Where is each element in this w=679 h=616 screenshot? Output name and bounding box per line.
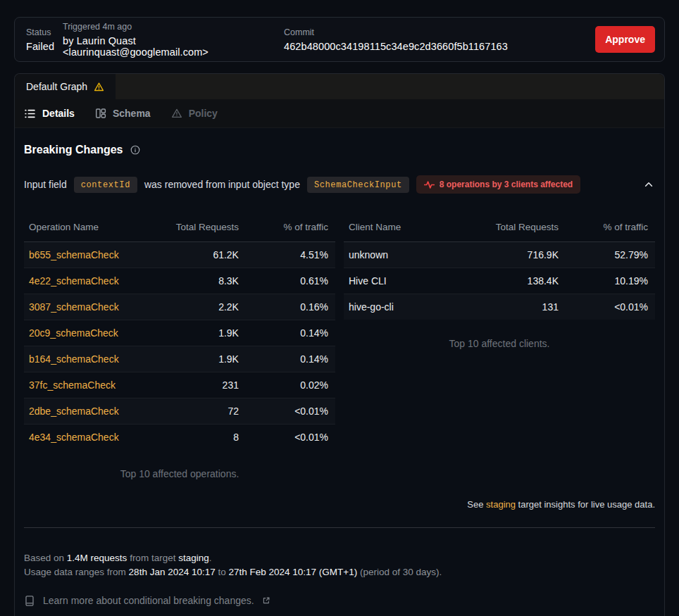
operation-link[interactable]: 20c9_schemaCheck xyxy=(24,320,161,346)
field-code-badge: contextId xyxy=(74,177,137,193)
triggered-author: by Laurin Quast <laurinquast@googlemail.… xyxy=(63,35,284,58)
commit-label: Commit xyxy=(284,27,508,37)
client-name: unknown xyxy=(344,242,480,268)
table-row: 4e34_schemaCheck8<0.01% xyxy=(24,425,335,451)
request-count: 1.4M requests xyxy=(67,553,127,563)
commit-block: Commit 462b48000c34198115c34e9c2d3660f5b… xyxy=(284,27,508,52)
triggered-label: Triggered 4m ago xyxy=(63,22,284,32)
table-row: unknown716.9K52.79% xyxy=(344,242,655,268)
list-icon xyxy=(24,108,36,120)
column-header: Total Requests xyxy=(161,213,239,242)
operation-link[interactable]: 2dbe_schemaCheck xyxy=(24,398,161,425)
clients-table-wrap: Client Name Total Requests % of traffic … xyxy=(344,213,655,479)
table-cell: 0.02% xyxy=(239,372,335,398)
tab-policy-label: Policy xyxy=(189,108,218,119)
tab-schema-label: Schema xyxy=(113,108,151,119)
table-row: Hive CLI138.4K10.19% xyxy=(344,268,655,294)
table-cell: 61.2K xyxy=(161,242,239,268)
table-row: b655_schemaCheck61.2K4.51% xyxy=(24,242,335,268)
commit-hash: 462b48000c34198115c34e9c2d3660f5b1167163 xyxy=(284,41,508,52)
operation-link[interactable]: 37fc_schemaCheck xyxy=(24,372,161,398)
change-text-middle: was removed from input object type xyxy=(144,179,300,190)
table-row: 4e22_schemaCheck8.3K0.61% xyxy=(24,268,335,294)
table-row: b164_schemaCheck1.9K0.14% xyxy=(24,346,335,372)
breaking-changes-heading: Breaking Changes xyxy=(24,144,655,156)
table-row: hive-go-cli131<0.01% xyxy=(344,294,655,320)
operations-table: Operation Name Total Requests % of traff… xyxy=(24,213,335,450)
table-cell: 10.19% xyxy=(559,268,655,294)
details-content: Breaking Changes Input field contextId w… xyxy=(15,128,664,608)
client-name: Hive CLI xyxy=(344,268,480,294)
graph-tab-bar: Default Graph xyxy=(15,74,664,99)
tab-policy[interactable]: Policy xyxy=(171,108,218,119)
operation-link[interactable]: 4e34_schemaCheck xyxy=(24,425,161,451)
table-cell: 716.9K xyxy=(480,242,559,268)
schema-check-page: Status Failed Triggered 4m ago by Laurin… xyxy=(0,0,679,616)
approve-button[interactable]: Approve xyxy=(595,26,655,53)
column-header: % of traffic xyxy=(559,213,655,242)
table-cell: 138.4K xyxy=(480,268,559,294)
policy-warning-icon xyxy=(171,108,182,119)
operation-link[interactable]: 3087_schemaCheck xyxy=(24,294,161,320)
table-cell: 0.61% xyxy=(239,268,335,294)
operations-table-wrap: Operation Name Total Requests % of traff… xyxy=(24,213,335,479)
insights-note: See staging target insights for live usa… xyxy=(24,499,655,510)
affected-operations-badge[interactable]: 8 operations by 3 clients affected xyxy=(416,175,580,194)
learn-more-link[interactable]: Learn more about conditional breaking ch… xyxy=(24,593,655,608)
table-cell: 1.9K xyxy=(161,346,239,372)
learn-more-label: Learn more about conditional breaking ch… xyxy=(43,593,254,608)
staging-target-link[interactable]: staging xyxy=(486,499,516,510)
status-label: Status xyxy=(26,27,63,37)
usage-tables: Operation Name Total Requests % of traff… xyxy=(24,213,655,479)
operations-table-header: Operation Name Total Requests % of traff… xyxy=(24,213,335,242)
info-icon[interactable] xyxy=(130,145,140,155)
table-cell: 0.14% xyxy=(239,346,335,372)
graph-tab-label: Default Graph xyxy=(26,81,87,92)
subtab-bar: Details Schema Policy xyxy=(15,99,664,128)
operation-link[interactable]: b655_schemaCheck xyxy=(24,242,161,268)
table-row: 37fc_schemaCheck2310.02% xyxy=(24,372,335,398)
table-cell: 52.79% xyxy=(559,242,655,268)
book-icon xyxy=(24,595,35,607)
collapse-chevron-up-icon[interactable] xyxy=(642,178,655,191)
table-cell: 4.51% xyxy=(239,242,335,268)
triggered-block: Triggered 4m ago by Laurin Quast <laurin… xyxy=(63,22,284,58)
table-cell: <0.01% xyxy=(239,398,335,425)
breaking-change-row: Input field contextId was removed from i… xyxy=(24,175,655,194)
tab-default-graph[interactable]: Default Graph xyxy=(15,74,116,99)
table-cell: 1.9K xyxy=(161,320,239,346)
clients-table: Client Name Total Requests % of traffic … xyxy=(344,213,655,320)
warning-icon xyxy=(94,82,104,92)
clients-table-header: Client Name Total Requests % of traffic xyxy=(344,213,655,242)
table-cell: 0.16% xyxy=(239,294,335,320)
external-link-icon xyxy=(262,596,270,605)
type-code-badge: SchemaCheckInput xyxy=(307,177,409,193)
table-row: 3087_schemaCheck2.2K0.16% xyxy=(24,294,335,320)
usage-footer: Based on 1.4M requests from target stagi… xyxy=(24,551,655,608)
activity-pulse-icon xyxy=(424,180,435,189)
tab-schema[interactable]: Schema xyxy=(95,108,151,119)
column-header: % of traffic xyxy=(239,213,335,242)
table-cell: 231 xyxy=(161,372,239,398)
table-cell: 8.3K xyxy=(161,268,239,294)
schema-columns-icon xyxy=(95,108,106,119)
table-cell: 131 xyxy=(480,294,559,320)
clients-table-caption: Top 10 affected clients. xyxy=(344,338,655,349)
operation-link[interactable]: 4e22_schemaCheck xyxy=(24,268,161,294)
check-header-card: Status Failed Triggered 4m ago by Laurin… xyxy=(14,17,665,62)
range-start: 28th Jan 2024 10:17 xyxy=(129,567,216,577)
table-cell: 72 xyxy=(161,398,239,425)
tab-details[interactable]: Details xyxy=(24,108,75,120)
operation-link[interactable]: b164_schemaCheck xyxy=(24,346,161,372)
range-end: 27th Feb 2024 10:17 (GMT+1) xyxy=(229,567,358,577)
table-cell: 2.2K xyxy=(161,294,239,320)
table-row: 20c9_schemaCheck1.9K0.14% xyxy=(24,320,335,346)
status-value: Failed xyxy=(26,41,63,52)
table-cell: <0.01% xyxy=(239,425,335,451)
column-header: Total Requests xyxy=(480,213,559,242)
target-name: staging xyxy=(178,553,209,563)
breaking-changes-title: Breaking Changes xyxy=(24,144,123,156)
column-header: Operation Name xyxy=(24,213,161,242)
table-row: 2dbe_schemaCheck72<0.01% xyxy=(24,398,335,425)
insights-text: See xyxy=(467,499,483,510)
